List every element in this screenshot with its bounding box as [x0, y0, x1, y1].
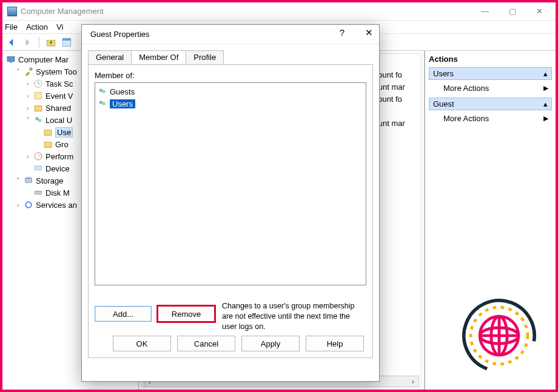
tree-system-tools[interactable]: System Too [36, 67, 77, 76]
svg-rect-12 [44, 142, 52, 148]
actions-more-guest[interactable]: More Actions▶ [429, 110, 552, 127]
tree-shared-folders[interactable]: Shared [45, 104, 71, 113]
services-icon [24, 200, 33, 210]
tab-panel-member-of: Member of: Guests Users Add... Remove Ch… [88, 64, 373, 358]
clock-icon [33, 79, 43, 88]
back-icon[interactable] [6, 37, 17, 48]
tree-task-scheduler[interactable]: Task Sc [45, 79, 73, 88]
collapse-icon[interactable]: ˅ [24, 116, 31, 124]
svg-point-22 [102, 102, 105, 105]
svg-point-9 [35, 117, 38, 120]
chevron-right-icon: ▶ [543, 84, 548, 92]
folder-up-icon[interactable] [45, 37, 56, 48]
group-icon [98, 99, 107, 108]
tree-device-manager[interactable]: Device [45, 164, 70, 173]
dialog-tabs: General Member Of Profile [88, 50, 373, 64]
minimize-button[interactable]: — [471, 2, 499, 19]
svg-rect-7 [35, 93, 42, 99]
remove-group-button[interactable]: Remove [158, 306, 215, 322]
svg-rect-4 [10, 62, 12, 62]
menu-action[interactable]: Action [26, 22, 48, 32]
ok-button[interactable]: OK [113, 336, 171, 351]
apply-button[interactable]: Apply [241, 336, 300, 351]
computer-icon [6, 55, 16, 64]
storage-icon [24, 176, 33, 185]
chevron-right-icon: ▶ [543, 115, 548, 122]
folder-icon [43, 139, 53, 149]
dialog-title: Guest Properties [90, 30, 150, 39]
svg-rect-17 [35, 191, 42, 194]
actions-title: Actions [429, 55, 552, 66]
svg-point-18 [25, 202, 31, 207]
collapse-icon[interactable]: ▴ [543, 99, 548, 108]
actions-more-users[interactable]: More Actions▶ [429, 80, 552, 96]
tree-groups-node[interactable]: Gro [55, 140, 69, 149]
window-titlebar: Computer Management — ▢ ✕ [2, 2, 556, 21]
dialog-close-button[interactable]: ✕ [362, 27, 375, 38]
group-item-users-label: Users [110, 99, 135, 108]
group-item-guests[interactable]: Guests [98, 85, 363, 98]
svg-point-5 [29, 67, 32, 70]
performance-icon [33, 151, 43, 161]
svg-rect-14 [35, 166, 42, 170]
help-button[interactable]: Help [306, 336, 364, 351]
membership-note: Changes to a user's group membership are… [222, 301, 365, 332]
tree-users-node[interactable]: Use [55, 127, 73, 138]
guest-properties-dialog: Guest Properties ? ✕ General Member Of P… [81, 24, 380, 382]
tab-general[interactable]: General [88, 50, 132, 64]
cancel-button[interactable]: Cancel [177, 336, 235, 351]
device-icon [33, 164, 43, 173]
add-group-button[interactable]: Add... [95, 306, 152, 322]
member-of-label: Member of: [95, 71, 366, 80]
scroll-right-icon[interactable]: › [408, 377, 419, 386]
expand-icon[interactable]: › [15, 201, 21, 208]
tools-icon [24, 67, 33, 76]
users-groups-icon [33, 115, 43, 125]
event-icon [33, 91, 43, 101]
expand-icon[interactable]: › [24, 153, 31, 160]
tree-storage[interactable]: Storage [36, 176, 64, 185]
collapse-icon[interactable]: ˅ [15, 177, 21, 185]
disk-icon [33, 188, 43, 198]
tab-profile[interactable]: Profile [186, 50, 224, 64]
expand-icon[interactable]: › [24, 92, 31, 99]
tree-services[interactable]: Services an [36, 201, 77, 210]
svg-point-19 [99, 88, 103, 91]
tree-local-users[interactable]: Local U [45, 116, 72, 125]
svg-point-20 [102, 90, 105, 93]
group-item-users[interactable]: Users [98, 98, 363, 110]
tree-root[interactable]: Computer Mar [18, 55, 69, 64]
tree-performance[interactable]: Perform [45, 152, 73, 161]
dialog-titlebar[interactable]: Guest Properties ? ✕ [82, 25, 379, 44]
shared-folders-icon [33, 103, 43, 113]
svg-point-10 [38, 119, 41, 122]
menu-file[interactable]: File [5, 22, 18, 32]
actions-panel: Actions Users ▴ More Actions▶ Guest ▴ Mo… [425, 51, 556, 390]
svg-rect-8 [35, 106, 42, 111]
svg-rect-11 [44, 130, 52, 136]
maximize-button[interactable]: ▢ [499, 2, 526, 19]
expand-icon[interactable]: › [24, 80, 31, 87]
forward-icon[interactable] [22, 37, 33, 48]
collapse-icon[interactable]: ▴ [543, 69, 548, 78]
tree-disk-management[interactable]: Disk M [45, 188, 70, 198]
window-title: Computer Management [21, 7, 104, 16]
svg-rect-2 [62, 38, 71, 41]
tab-member-of[interactable]: Member Of [131, 50, 186, 64]
tree-event-viewer[interactable]: Event V [45, 91, 73, 101]
svg-point-21 [99, 101, 103, 104]
menu-view[interactable]: Vi [56, 22, 63, 32]
svg-rect-3 [7, 56, 15, 61]
dialog-help-button[interactable]: ? [335, 27, 349, 38]
folder-icon [43, 127, 53, 137]
expand-icon[interactable]: ˅ [15, 68, 21, 76]
app-icon [7, 7, 17, 16]
window-close-button[interactable]: ✕ [526, 2, 553, 19]
properties-icon[interactable] [61, 37, 72, 48]
actions-header-users[interactable]: Users ▴ [429, 67, 552, 80]
svg-rect-16 [25, 179, 32, 183]
group-icon [98, 87, 107, 96]
actions-header-guest[interactable]: Guest ▴ [429, 98, 552, 110]
member-of-list[interactable]: Guests Users [95, 82, 366, 285]
expand-icon[interactable]: › [24, 104, 31, 111]
